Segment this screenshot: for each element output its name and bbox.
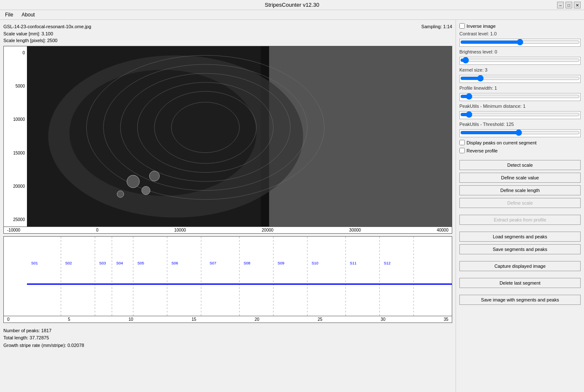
filename: GSL-14-23-confocal-resonant-10x.ome.jpg (3, 23, 452, 30)
profile-linewidth-slider-container[interactable] (459, 93, 581, 101)
inverse-image-checkbox[interactable] (459, 23, 465, 29)
display-peaks-checkbox[interactable] (459, 140, 465, 145)
chart-panel: Sampling: 1:14 GSL-14-23-confocal-resona… (0, 20, 456, 392)
inverse-image-label: Inverse image (467, 24, 496, 29)
reverse-profile-label: Reverse profile (467, 148, 498, 153)
extract-peaks-button[interactable]: Extract peaks from profile (459, 215, 581, 225)
about-menu[interactable]: About (20, 11, 36, 18)
profile-chart-svg: S01 S02 S03 S04 S05 S06 S07 S08 S09 S10 … (27, 237, 452, 316)
kernel-slider-container[interactable] (459, 75, 581, 83)
profile-x-axis: 0 5 10 15 20 25 30 35 (3, 316, 452, 323)
minimize-button[interactable]: – (557, 2, 564, 8)
svg-point-13 (117, 190, 124, 197)
profile-chart[interactable]: S01 S02 S03 S04 S05 S06 S07 S08 S09 S10 … (3, 236, 452, 316)
num-peaks: Number of peaks: 1817 (3, 327, 452, 335)
profile-image-area[interactable]: S01 S02 S03 S04 S05 S06 S07 S08 S09 S10 … (27, 237, 452, 316)
svg-text:S06: S06 (171, 261, 178, 265)
y-axis: 0 5000 10000 15000 20000 25000 (4, 46, 27, 227)
kernel-label: Kernel size: 3 (459, 67, 581, 72)
svg-text:S11: S11 (350, 261, 357, 265)
svg-text:S02: S02 (65, 261, 72, 265)
kernel-slider[interactable] (460, 76, 580, 81)
svg-text:S10: S10 (312, 261, 318, 265)
svg-text:S05: S05 (137, 261, 144, 265)
close-button[interactable]: ✕ (574, 2, 581, 8)
sampling-info: Sampling: 1:14 (421, 23, 452, 30)
svg-text:S03: S03 (99, 261, 106, 265)
title-bar: StripesCounter v12.30 – □ ✕ (0, 0, 584, 10)
maximize-button[interactable]: □ (565, 2, 572, 8)
scale-value: Scale value [mm]: 3.100 (3, 30, 452, 37)
main-chart-svg (27, 46, 452, 227)
svg-text:S09: S09 (277, 261, 284, 265)
display-peaks-row[interactable]: Display peaks on current segment (459, 140, 581, 145)
contrast-slider-container[interactable] (459, 39, 581, 47)
peakutils-threshold-slider-container[interactable] (459, 129, 581, 137)
define-scale-button[interactable]: Define scale (459, 198, 581, 208)
peakutils-threshold-slider[interactable] (460, 130, 580, 135)
reverse-profile-row[interactable]: Reverse profile (459, 148, 581, 153)
save-segments-button[interactable]: Save segments and peaks (459, 244, 581, 254)
brightness-slider-container[interactable] (459, 57, 581, 65)
app-title: StripesCounter v12.30 (265, 2, 319, 8)
stats-panel: Number of peaks: 1817 Total length: 37.7… (3, 327, 452, 349)
profile-y-axis (4, 237, 27, 316)
controls-panel: Inverse image Contrast level: 1.0 Bright… (456, 20, 584, 392)
profile-linewidth-label: Profile linewidth: 1 (459, 85, 581, 91)
detect-scale-button[interactable]: Detect scale (459, 160, 581, 170)
capture-image-button[interactable]: Capture displayed image (459, 261, 581, 271)
svg-text:S07: S07 (210, 261, 216, 265)
delete-last-button[interactable]: Delete last segment (459, 278, 581, 288)
contrast-slider[interactable] (460, 40, 580, 45)
growth-stripe-rate: Growth stripe rate (mm/stripe): 0.02078 (3, 342, 452, 349)
main-image-area[interactable] (27, 46, 452, 227)
main-chart[interactable]: 0 5000 10000 15000 20000 25000 (3, 46, 452, 227)
svg-rect-15 (27, 237, 452, 316)
svg-text:S04: S04 (116, 261, 123, 265)
svg-text:S12: S12 (384, 261, 391, 265)
define-scale-value-button[interactable]: Define scale value (459, 173, 581, 183)
main-x-axis: -10000 0 10000 20000 30000 40000 (3, 227, 452, 234)
load-segments-button[interactable]: Load segments and peaks (459, 232, 581, 242)
svg-text:S01: S01 (31, 261, 38, 265)
total-length: Total length: 37.72875 (3, 334, 452, 342)
file-menu[interactable]: File (3, 11, 15, 18)
image-info: Sampling: 1:14 GSL-14-23-confocal-resona… (3, 23, 452, 44)
peakutils-min-dist-slider[interactable] (460, 112, 580, 117)
svg-point-4 (69, 69, 256, 196)
brightness-label: Brightness level: 0 (459, 49, 581, 54)
menu-bar: File About (0, 10, 584, 20)
inverse-image-row[interactable]: Inverse image (459, 23, 581, 29)
svg-text:S08: S08 (244, 261, 251, 265)
peakutils-min-dist-label: PeakUtils - Minimum distance: 1 (459, 104, 581, 109)
reverse-profile-checkbox[interactable] (459, 148, 465, 153)
display-peaks-label: Display peaks on current segment (467, 140, 536, 145)
contrast-label: Contrast level: 1.0 (459, 31, 581, 36)
define-scale-length-button[interactable]: Define scale length (459, 185, 581, 195)
peakutils-threshold-label: PeakUtils - Threshold: 125 (459, 122, 581, 127)
peakutils-min-dist-slider-container[interactable] (459, 111, 581, 119)
brightness-slider[interactable] (460, 58, 580, 63)
svg-point-11 (127, 175, 139, 188)
svg-point-14 (149, 171, 160, 181)
save-image-button[interactable]: Save image with segments and peaks (459, 295, 581, 305)
scale-length: Scale length [pixels]: 2500 (3, 37, 452, 44)
profile-linewidth-slider[interactable] (460, 94, 580, 99)
svg-point-12 (142, 186, 150, 195)
